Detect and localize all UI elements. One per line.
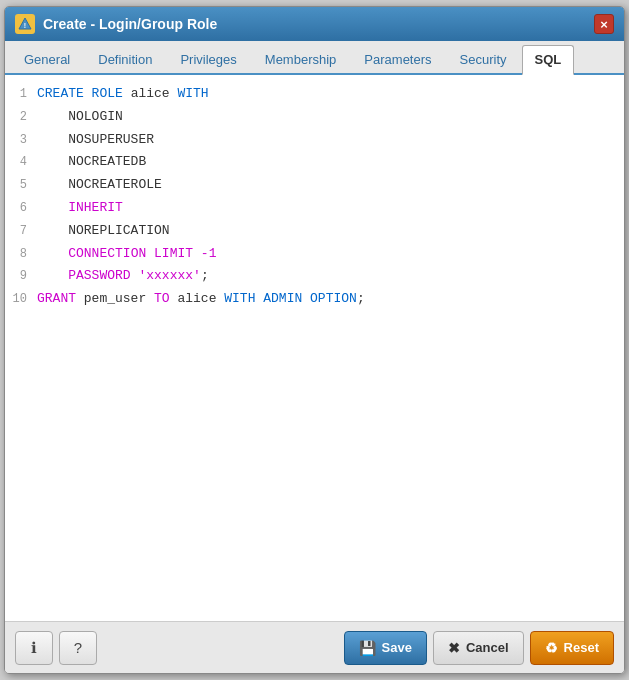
- info-button[interactable]: ℹ: [15, 631, 53, 665]
- app-icon: !: [15, 14, 35, 34]
- tab-parameters[interactable]: Parameters: [351, 45, 444, 73]
- tab-general[interactable]: General: [11, 45, 83, 73]
- tab-definition[interactable]: Definition: [85, 45, 165, 73]
- save-icon: 💾: [359, 640, 376, 656]
- title-bar: ! Create - Login/Group Role ×: [5, 7, 624, 41]
- dialog-title: Create - Login/Group Role: [43, 16, 217, 32]
- footer-right-buttons: 💾 Save ✖ Cancel ♻ Reset: [344, 631, 614, 665]
- close-button[interactable]: ×: [594, 14, 614, 34]
- dialog-window: ! Create - Login/Group Role × General De…: [4, 6, 625, 674]
- footer-left-buttons: ℹ ?: [15, 631, 97, 665]
- code-line-6: 6 INHERIT: [5, 197, 624, 220]
- code-line-4: 4 NOCREATEDB: [5, 151, 624, 174]
- code-line-5: 5 NOCREATEROLE: [5, 174, 624, 197]
- code-line-3: 3 NOSUPERUSER: [5, 129, 624, 152]
- save-button[interactable]: 💾 Save: [344, 631, 427, 665]
- code-line-1: 1 CREATE ROLE alice WITH: [5, 83, 624, 106]
- help-button[interactable]: ?: [59, 631, 97, 665]
- code-line-2: 2 NOLOGIN: [5, 106, 624, 129]
- svg-text:!: !: [24, 22, 26, 29]
- tab-sql[interactable]: SQL: [522, 45, 575, 75]
- sql-content-area: 1 CREATE ROLE alice WITH 2 NOLOGIN 3 NOS…: [5, 75, 624, 621]
- tab-privileges[interactable]: Privileges: [167, 45, 249, 73]
- reset-icon: ♻: [545, 640, 558, 656]
- code-editor[interactable]: 1 CREATE ROLE alice WITH 2 NOLOGIN 3 NOS…: [5, 75, 624, 621]
- code-line-10: 10 GRANT pem_user TO alice WITH ADMIN OP…: [5, 288, 624, 311]
- title-bar-left: ! Create - Login/Group Role: [15, 14, 217, 34]
- cancel-button[interactable]: ✖ Cancel: [433, 631, 524, 665]
- code-line-9: 9 PASSWORD 'xxxxxx';: [5, 265, 624, 288]
- tab-security[interactable]: Security: [447, 45, 520, 73]
- code-line-8: 8 CONNECTION LIMIT -1: [5, 243, 624, 266]
- reset-button[interactable]: ♻ Reset: [530, 631, 614, 665]
- code-line-7: 7 NOREPLICATION: [5, 220, 624, 243]
- tab-bar: General Definition Privileges Membership…: [5, 41, 624, 75]
- tab-membership[interactable]: Membership: [252, 45, 350, 73]
- cancel-icon: ✖: [448, 640, 460, 656]
- dialog-footer: ℹ ? 💾 Save ✖ Cancel ♻ Reset: [5, 621, 624, 673]
